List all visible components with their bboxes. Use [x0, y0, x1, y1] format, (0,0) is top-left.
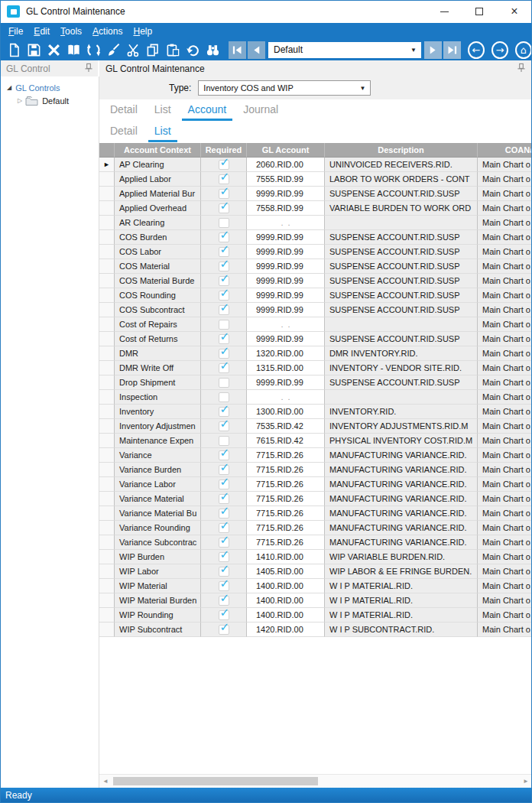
cell-gl-account[interactable]: 7615.RID.42 — [247, 434, 325, 448]
cell-description[interactable]: SUSPENSE ACCOUNT.RID.SUSP — [325, 274, 478, 288]
checkbox-checked[interactable]: ✓ — [219, 189, 229, 199]
cell-gl-account[interactable]: 1410.RID.00 — [247, 550, 325, 564]
cell-description[interactable]: SUSPENSE ACCOUNT.RID.SUSP — [325, 288, 478, 303]
close-button[interactable]: × — [497, 0, 532, 23]
cell-gl-account[interactable]: 7715.RID.26 — [247, 492, 325, 506]
cell-account-context[interactable]: COS Burden — [115, 230, 201, 245]
cell-account-context[interactable]: COS Material Burde — [115, 274, 201, 288]
cell-gl-account[interactable]: 7715.RID.26 — [247, 535, 325, 550]
cell-coa-name[interactable]: Main Chart o — [478, 201, 532, 216]
cell-required[interactable]: ✓ — [201, 201, 247, 216]
horizontal-scrollbar[interactable]: ◄ ► — [99, 774, 532, 788]
cell-required[interactable] — [201, 434, 247, 448]
row-selector-cell[interactable] — [99, 521, 115, 535]
cell-required[interactable]: ✓ — [201, 608, 247, 623]
table-row[interactable]: WIP Material Burden✓1400.RID.00W I P MAT… — [99, 593, 532, 608]
cell-gl-account[interactable]: . . — [247, 216, 325, 230]
cell-required[interactable] — [201, 216, 247, 230]
row-selector-cell[interactable] — [99, 608, 115, 623]
cell-description[interactable]: PHYSICAL INVENTORY COST.RID.M — [325, 434, 478, 448]
cell-description[interactable]: MANUFACTURING VARIANCE.RID. — [325, 477, 478, 492]
table-row[interactable]: COS Subcontract✓9999.RID.99SUSPENSE ACCO… — [99, 303, 532, 317]
cell-gl-account[interactable]: 1315.RID.00 — [247, 361, 325, 375]
cell-coa-name[interactable]: Main Chart o — [478, 303, 532, 317]
checkbox-unchecked[interactable] — [219, 392, 229, 402]
checkbox-checked[interactable]: ✓ — [219, 247, 229, 257]
cell-coa-name[interactable]: Main Chart o — [478, 492, 532, 506]
cell-coa-name[interactable]: Main Chart o — [478, 288, 532, 303]
table-row[interactable]: Applied Overhead✓7558.RID.99VARIABLE BUR… — [99, 201, 532, 216]
cell-gl-account[interactable]: 7558.RID.99 — [247, 201, 325, 216]
record-selector-dropdown[interactable]: Default ▼ — [268, 42, 421, 58]
cell-description[interactable] — [325, 390, 478, 405]
undo-button[interactable] — [183, 41, 203, 59]
menu-tools[interactable]: Tools — [55, 24, 87, 38]
cell-coa-name[interactable]: Main Chart o — [478, 158, 532, 172]
cell-gl-account[interactable]: 9999.RID.99 — [247, 187, 325, 201]
cell-required[interactable]: ✓ — [201, 230, 247, 245]
cell-gl-account[interactable]: 7715.RID.26 — [247, 448, 325, 463]
table-row[interactable]: Variance Subcontrac✓7715.RID.26MANUFACTU… — [99, 535, 532, 550]
checkbox-checked[interactable]: ✓ — [219, 174, 229, 184]
cell-gl-account[interactable]: 1300.RID.00 — [247, 405, 325, 419]
cell-coa-name[interactable]: Main Chart o — [478, 405, 532, 419]
cell-coa-name[interactable]: Main Chart o — [478, 521, 532, 535]
table-row[interactable]: COS Material✓9999.RID.99SUSPENSE ACCOUNT… — [99, 259, 532, 274]
menu-help[interactable]: Help — [128, 24, 157, 38]
cell-coa-name[interactable]: Main Chart o — [478, 535, 532, 550]
cell-gl-account[interactable]: 9999.RID.99 — [247, 288, 325, 303]
row-selector-cell[interactable] — [99, 579, 115, 593]
checkbox-checked[interactable]: ✓ — [219, 160, 229, 170]
cell-description[interactable]: MANUFACTURING VARIANCE.RID. — [325, 521, 478, 535]
outer-tab-detail[interactable]: Detail — [102, 103, 146, 121]
row-selector-cell[interactable] — [99, 506, 115, 521]
table-row[interactable]: COS Burden✓9999.RID.99SUSPENSE ACCOUNT.R… — [99, 230, 532, 245]
cell-required[interactable]: ✓ — [201, 274, 247, 288]
column-header-selector[interactable] — [99, 143, 115, 158]
cell-description[interactable] — [325, 216, 478, 230]
table-row[interactable]: WIP Labor✓1405.RID.00WIP LABOR & EE FRIN… — [99, 564, 532, 579]
cell-account-context[interactable]: Variance — [115, 448, 201, 463]
table-row[interactable]: Inventory Adjustmen✓7535.RID.42INVENTORY… — [99, 419, 532, 434]
column-header-GL Account[interactable]: GL Account — [247, 143, 325, 158]
outer-tab-list[interactable]: List — [146, 103, 180, 121]
cell-account-context[interactable]: WIP Material — [115, 579, 201, 593]
table-row[interactable]: COS Labor✓9999.RID.99SUSPENSE ACCOUNT.RI… — [99, 245, 532, 259]
cell-required[interactable]: ✓ — [201, 172, 247, 187]
cell-description[interactable]: MANUFACTURING VARIANCE.RID. — [325, 448, 478, 463]
row-selector-cell[interactable] — [99, 288, 115, 303]
row-selector-cell[interactable] — [99, 317, 115, 332]
checkbox-checked[interactable]: ✓ — [219, 203, 229, 213]
cell-account-context[interactable]: AP Clearing — [115, 158, 201, 172]
row-selector-cell[interactable] — [99, 593, 115, 608]
new-button[interactable] — [4, 41, 24, 59]
outer-tab-account[interactable]: Account — [180, 103, 235, 121]
checkbox-checked[interactable]: ✓ — [219, 305, 229, 315]
column-header-Description[interactable]: Description — [325, 143, 478, 158]
table-row[interactable]: WIP Rounding✓1400.RID.00W I P MATERIAL.R… — [99, 608, 532, 623]
row-selector-cell[interactable] — [99, 274, 115, 288]
paste-button[interactable] — [163, 41, 183, 59]
cell-account-context[interactable]: WIP Burden — [115, 550, 201, 564]
cell-coa-name[interactable]: Main Chart o — [478, 448, 532, 463]
table-row[interactable]: Cost of Repairs. .Main Chart o — [99, 317, 532, 332]
cell-account-context[interactable]: Applied Material Bur — [115, 187, 201, 201]
cell-account-context[interactable]: Drop Shipment — [115, 375, 201, 390]
cell-description[interactable]: SUSPENSE ACCOUNT.RID.SUSP — [325, 332, 478, 346]
cell-account-context[interactable]: Variance Rounding — [115, 521, 201, 535]
cell-description[interactable]: MANUFACTURING VARIANCE.RID. — [325, 492, 478, 506]
cell-description[interactable]: UNINVOICED RECEIVERS.RID. — [325, 158, 478, 172]
checkbox-checked[interactable]: ✓ — [219, 334, 229, 344]
save-button[interactable] — [24, 41, 44, 59]
checkbox-checked[interactable]: ✓ — [219, 625, 229, 635]
row-selector-cell[interactable] — [99, 390, 115, 405]
cell-required[interactable]: ✓ — [201, 245, 247, 259]
checkbox-checked[interactable]: ✓ — [219, 232, 229, 242]
cell-description[interactable]: MANUFACTURING VARIANCE.RID. — [325, 506, 478, 521]
checkbox-checked[interactable]: ✓ — [219, 349, 229, 359]
cell-account-context[interactable]: COS Subcontract — [115, 303, 201, 317]
cell-coa-name[interactable]: Main Chart o — [478, 608, 532, 623]
checkbox-unchecked[interactable] — [219, 436, 229, 446]
cell-coa-name[interactable]: Main Chart o — [478, 187, 532, 201]
cell-gl-account[interactable]: 7715.RID.26 — [247, 521, 325, 535]
